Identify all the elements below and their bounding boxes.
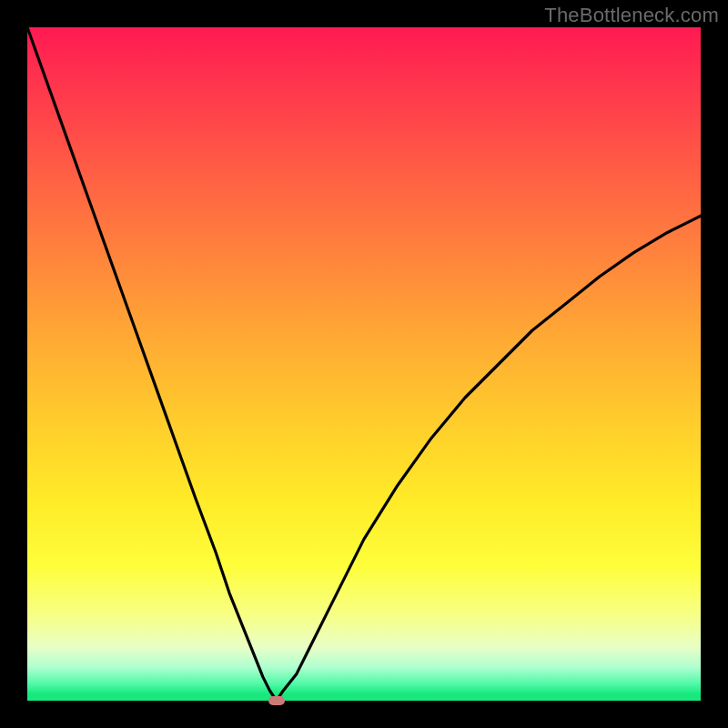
watermark-text: TheBottleneck.com <box>544 4 719 27</box>
curve-svg <box>27 27 701 701</box>
bottleneck-curve <box>27 27 701 701</box>
chart-frame: TheBottleneck.com <box>0 0 728 728</box>
plot-area <box>27 27 701 701</box>
minimum-marker <box>268 696 285 705</box>
